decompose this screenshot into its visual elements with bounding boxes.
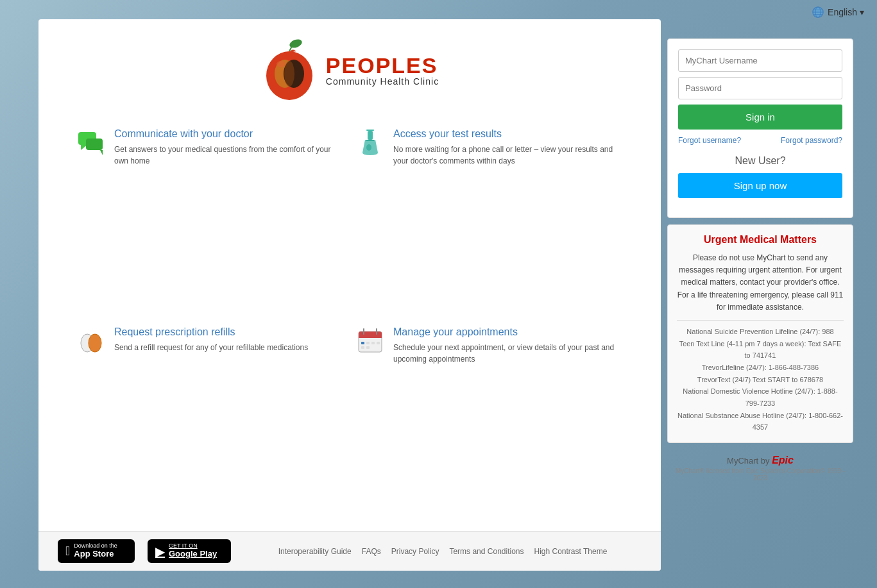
logo-name-bottom: Community Health Clinic xyxy=(326,76,439,87)
feature-communicate: Communicate with your doctor Get answers… xyxy=(77,128,343,307)
svg-rect-28 xyxy=(366,342,370,344)
footer-link-terms[interactable]: Terms and Conditions xyxy=(449,547,524,556)
feature-appointments: Manage your appointments Schedule your n… xyxy=(356,326,622,505)
svg-point-10 xyxy=(284,61,294,87)
signup-button[interactable]: Sign up now xyxy=(678,173,842,198)
svg-rect-29 xyxy=(371,342,375,344)
svg-rect-14 xyxy=(86,139,103,150)
hotline-1: Teen Text Line (4-11 pm 7 days a week): … xyxy=(677,338,844,362)
logo-text-group: PEOPLES Community Health Clinic xyxy=(326,55,439,87)
hotline-4: National Domestic Violence Hotline (24/7… xyxy=(677,385,844,409)
language-button[interactable]: English ▾ xyxy=(828,7,864,17)
epic-branding: MyChart by Epic MyChart® licensed from E… xyxy=(667,449,853,487)
feature-communicate-content: Communicate with your doctor Get answers… xyxy=(114,128,343,167)
main-panel: PEOPLES Community Health Clinic xyxy=(38,19,661,571)
svg-rect-32 xyxy=(366,346,370,349)
google-play-small-label: GET IT ON xyxy=(169,543,217,549)
username-input[interactable] xyxy=(678,49,842,72)
epic-copyright: MyChart® licensed from Epic Systems Corp… xyxy=(672,467,848,482)
epic-mychart-line: MyChart by Epic xyxy=(672,455,848,466)
svg-rect-31 xyxy=(361,346,364,349)
clinic-logo-icon xyxy=(260,38,318,103)
feature-test-results: Access your test results No more waiting… xyxy=(356,128,622,307)
feature-prescriptions-desc: Send a refill request for any of your re… xyxy=(114,342,308,353)
hotline-3: TrevorText (24/7) Text START to 678678 xyxy=(677,374,844,386)
svg-marker-15 xyxy=(100,150,103,155)
globe-icon xyxy=(812,6,824,18)
google-play-text: GET IT ON Google Play xyxy=(169,543,217,559)
chat-icon xyxy=(77,128,105,156)
footer-link-interoperability[interactable]: Interoperability Guide xyxy=(278,547,352,556)
svg-rect-17 xyxy=(368,131,373,140)
signin-button[interactable]: Sign in xyxy=(678,105,842,130)
feature-test-results-title: Access your test results xyxy=(393,128,622,140)
feature-test-results-desc: No more waiting for a phone call or lett… xyxy=(393,144,622,167)
main-footer:  Download on the App Store ▶ GET IT ON … xyxy=(38,531,661,571)
urgent-hotlines: National Suicide Prevention Lifeline (24… xyxy=(677,320,844,433)
forgot-links: Forgot username? Forgot password? xyxy=(678,136,842,145)
epic-word-label: Epic xyxy=(772,455,794,466)
svg-rect-24 xyxy=(359,335,382,338)
feature-test-results-content: Access your test results No more waiting… xyxy=(393,128,622,167)
epic-by-label: by xyxy=(761,456,772,466)
password-input[interactable] xyxy=(678,77,842,99)
app-store-badge[interactable]:  Download on the App Store xyxy=(58,539,135,563)
login-box: Sign in Forgot username? Forgot password… xyxy=(667,38,853,218)
hotline-2: TrevorLifeline (24/7): 1-866-488-7386 xyxy=(677,362,844,374)
footer-link-contrast[interactable]: High Contrast Theme xyxy=(534,547,608,556)
svg-rect-30 xyxy=(377,342,380,344)
feature-communicate-title: Communicate with your doctor xyxy=(114,128,343,140)
google-play-badge[interactable]: ▶ GET IT ON Google Play xyxy=(148,539,231,563)
svg-point-11 xyxy=(277,61,285,67)
dropdown-arrow-icon: ▾ xyxy=(860,7,864,17)
svg-rect-27 xyxy=(361,342,364,344)
hotline-5: National Substance Abuse Hotline (24/7):… xyxy=(677,410,844,433)
app-store-small-label: Download on the xyxy=(74,543,117,549)
language-bar: English ▾ xyxy=(799,0,877,24)
feature-prescriptions-title: Request prescription refills xyxy=(114,326,308,338)
logo-name-top: PEOPLES xyxy=(326,55,439,76)
flask-icon xyxy=(356,128,384,156)
epic-mychart-label: MyChart xyxy=(727,456,758,466)
forgot-password-link[interactable]: Forgot password? xyxy=(781,136,842,145)
app-store-large-label: App Store xyxy=(74,549,117,559)
urgent-section: Urgent Medical Matters Please do not use… xyxy=(667,224,853,443)
feature-prescriptions-content: Request prescription refills Send a refi… xyxy=(114,326,308,353)
footer-links: Interoperability Guide FAQs Privacy Poli… xyxy=(244,547,642,556)
feature-appointments-desc: Schedule your next appointment, or view … xyxy=(393,342,622,365)
google-play-icon: ▶ xyxy=(155,544,165,559)
svg-point-19 xyxy=(366,144,371,151)
right-sidebar: Sign in Forgot username? Forgot password… xyxy=(661,19,860,571)
apple-icon:  xyxy=(65,544,70,559)
footer-link-faqs[interactable]: FAQs xyxy=(362,547,381,556)
feature-prescriptions: Request prescription refills Send a refi… xyxy=(77,326,343,505)
feature-communicate-desc: Get answers to your medical questions fr… xyxy=(114,144,343,167)
svg-point-21 xyxy=(89,334,101,352)
google-play-large-label: Google Play xyxy=(169,549,217,559)
features-grid: Communicate with your doctor Get answers… xyxy=(38,115,661,531)
feature-appointments-title: Manage your appointments xyxy=(393,326,622,338)
logo-section: PEOPLES Community Health Clinic xyxy=(38,19,661,115)
hotline-0: National Suicide Prevention Lifeline (24… xyxy=(677,326,844,338)
logo-container: PEOPLES Community Health Clinic xyxy=(260,38,439,103)
pill-icon xyxy=(77,326,105,355)
app-store-text: Download on the App Store xyxy=(74,543,117,559)
footer-link-privacy[interactable]: Privacy Policy xyxy=(391,547,439,556)
urgent-body: Please do not use MyChart to send any me… xyxy=(677,252,844,314)
calendar-icon xyxy=(356,326,384,355)
svg-rect-18 xyxy=(366,140,374,141)
new-user-label: New User? xyxy=(678,155,842,167)
svg-rect-16 xyxy=(366,130,374,131)
urgent-title: Urgent Medical Matters xyxy=(677,234,844,246)
language-label: English xyxy=(828,7,857,17)
feature-appointments-content: Manage your appointments Schedule your n… xyxy=(393,326,622,365)
forgot-username-link[interactable]: Forgot username? xyxy=(678,136,741,145)
